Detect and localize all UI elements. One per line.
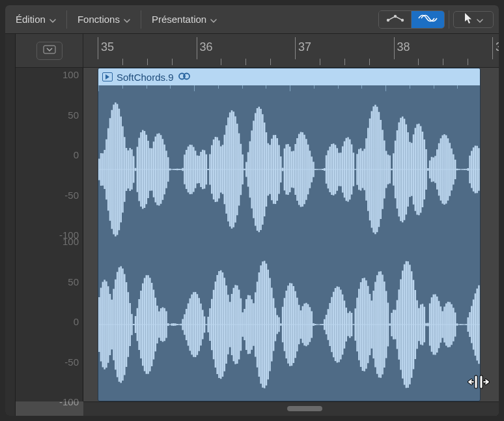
divider bbox=[141, 10, 141, 29]
divider bbox=[66, 10, 67, 29]
scale-label: 0 bbox=[74, 316, 79, 327]
chevron-down-icon bbox=[49, 14, 56, 25]
editor-content: 3536373839 100500-50-100100500-50-100 So… bbox=[5, 34, 499, 416]
audio-region[interactable]: SoftChords.9 bbox=[98, 68, 481, 401]
toolbar: Édition Fonctions Présentation bbox=[5, 5, 499, 34]
chevron-down-icon bbox=[477, 14, 483, 25]
ruler-number: 37 bbox=[298, 40, 311, 54]
scale-label: 50 bbox=[68, 109, 79, 120]
scale-label: 50 bbox=[68, 276, 79, 287]
ruler-minor-tick bbox=[418, 59, 419, 65]
ruler-tick bbox=[394, 37, 395, 59]
ruler-minor-tick bbox=[270, 59, 271, 65]
waveform-channel-left bbox=[98, 92, 480, 247]
ruler-minor-tick bbox=[344, 59, 345, 65]
region-header[interactable]: SoftChords.9 bbox=[98, 68, 480, 85]
scale-label: -50 bbox=[64, 189, 79, 200]
ruler-minor-tick bbox=[245, 59, 246, 65]
time-ruler[interactable]: 3536373839 bbox=[83, 34, 499, 68]
loop-icon bbox=[178, 72, 191, 83]
view-mode-toggle bbox=[378, 10, 445, 29]
catch-menu-button[interactable] bbox=[36, 42, 63, 60]
scrollbar-thumb[interactable] bbox=[287, 406, 322, 411]
region-name: SoftChords.9 bbox=[117, 72, 174, 83]
scale-label: -100 bbox=[59, 396, 79, 407]
ruler-minor-tick bbox=[147, 59, 148, 65]
scale-label: -50 bbox=[64, 356, 79, 367]
ruler-number: 36 bbox=[200, 40, 213, 54]
functions-menu[interactable]: Fonctions bbox=[71, 10, 137, 28]
region-subticks bbox=[98, 85, 480, 92]
ruler-minor-tick bbox=[369, 59, 370, 65]
corner-box bbox=[16, 34, 83, 68]
ruler-minor-tick bbox=[172, 59, 173, 65]
view-menu-label: Présentation bbox=[152, 14, 206, 25]
pointer-tool-select[interactable] bbox=[453, 11, 494, 28]
scale-label: 100 bbox=[63, 69, 79, 80]
divider bbox=[449, 10, 449, 29]
horizontal-scrollbar[interactable] bbox=[83, 401, 499, 416]
flex-icon bbox=[417, 13, 438, 26]
waveform-channel-right bbox=[98, 247, 480, 401]
view-menu[interactable]: Présentation bbox=[145, 10, 223, 28]
ruler-tick bbox=[295, 37, 296, 59]
edit-menu[interactable]: Édition bbox=[9, 10, 63, 28]
ruler-number: 35 bbox=[101, 40, 114, 54]
pointer-icon bbox=[464, 12, 473, 27]
ruler-tick bbox=[492, 37, 493, 59]
svg-rect-3 bbox=[44, 46, 55, 53]
amplitude-scale: 100500-50-100100500-50-100 bbox=[16, 68, 83, 401]
functions-menu-label: Fonctions bbox=[77, 14, 120, 25]
ruler-number: 38 bbox=[397, 40, 410, 54]
audio-editor-window: Édition Fonctions Présentation bbox=[5, 5, 499, 416]
ruler-minor-tick bbox=[443, 59, 443, 65]
chevron-down-icon bbox=[124, 14, 130, 25]
ruler-minor-tick bbox=[221, 59, 221, 65]
scale-label: 0 bbox=[74, 149, 79, 160]
ruler-minor-tick bbox=[320, 59, 320, 65]
ruler-tick bbox=[98, 37, 98, 59]
scale-label: 100 bbox=[63, 236, 79, 247]
automation-icon bbox=[385, 14, 405, 25]
flex-mode-button[interactable] bbox=[412, 11, 444, 28]
ruler-number: 39 bbox=[496, 40, 499, 54]
waveform-canvas[interactable]: SoftChords.9 bbox=[83, 68, 499, 401]
automation-mode-button[interactable] bbox=[379, 11, 412, 28]
chevron-down-icon bbox=[210, 14, 217, 25]
ruler-minor-tick bbox=[122, 59, 123, 65]
left-gutter bbox=[5, 34, 16, 416]
play-icon bbox=[102, 72, 113, 81]
main-area: 3536373839 100500-50-100100500-50-100 So… bbox=[16, 34, 499, 416]
dropdown-icon bbox=[43, 45, 56, 57]
edit-menu-label: Édition bbox=[16, 14, 46, 25]
ruler-tick bbox=[197, 37, 197, 59]
ruler-minor-tick bbox=[468, 59, 468, 65]
